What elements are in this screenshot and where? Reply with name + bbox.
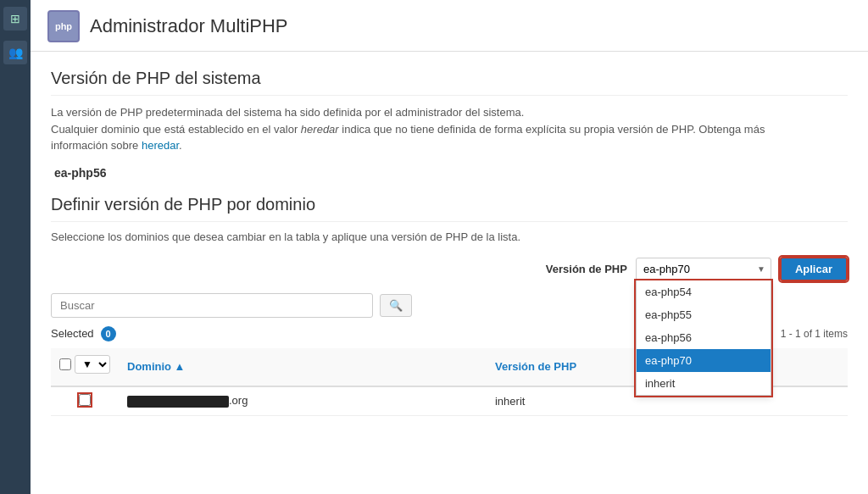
heredar-link[interactable]: heredar: [142, 139, 179, 152]
option-ea-php54[interactable]: ea-php54: [637, 280, 771, 303]
php-dropdown-overlay: ea-php54 ea-php55 ea-php56 ea-php70 inhe…: [636, 280, 771, 396]
main-content: php Administrador MultiPHP Versión de PH…: [31, 0, 868, 494]
selected-count: 0: [101, 326, 116, 341]
php-selector-row: Versión de PHP ea-php54 ea-php55 ea-php5…: [51, 257, 848, 281]
system-php-title: Versión de PHP del sistema: [51, 69, 848, 96]
row-checkbox[interactable]: [79, 394, 91, 406]
bulk-action-row: ▼: [59, 355, 110, 374]
apply-button[interactable]: Aplicar: [780, 257, 848, 281]
page-title: Administrador MultiPHP: [90, 15, 288, 37]
option-ea-php70[interactable]: ea-php70: [637, 349, 771, 372]
domain-suffix: .org: [229, 394, 248, 407]
option-ea-php56[interactable]: ea-php56: [637, 326, 771, 349]
row-domain: .org: [119, 386, 487, 416]
pagination-info: 1 - 1 of 1 items: [781, 328, 848, 340]
bulk-select-checkbox[interactable]: [59, 358, 71, 370]
header-checkbox-cell: ▼: [51, 348, 119, 386]
php-icon: php: [47, 10, 80, 42]
bulk-action-dropdown[interactable]: ▼: [75, 355, 110, 374]
search-button[interactable]: 🔍: [380, 294, 412, 317]
system-php-description: La versión de PHP predeterminada del sis…: [51, 104, 848, 154]
version-label: Versión de PHP: [546, 263, 627, 275]
option-inherit[interactable]: inherit: [637, 372, 771, 395]
page-header: php Administrador MultiPHP: [31, 0, 868, 52]
row-checkbox-cell: [51, 386, 119, 416]
domain-php-description: Seleccione los dominios que desea cambia…: [51, 230, 848, 243]
users-icon[interactable]: 👥: [3, 41, 27, 64]
content-area: Versión de PHP del sistema La versión de…: [31, 52, 868, 433]
grid-icon[interactable]: ⊞: [3, 7, 27, 31]
column-domain[interactable]: Dominio ▲: [119, 348, 487, 386]
php-select-wrapper: ea-php54 ea-php55 ea-php56 ea-php70 inhe…: [636, 258, 771, 280]
domain-redacted: [127, 396, 229, 408]
sidebar: ⊞ 👥: [0, 0, 31, 494]
php-version-select[interactable]: ea-php54 ea-php55 ea-php56 ea-php70 inhe…: [636, 258, 771, 280]
current-php-version: ea-php56: [51, 166, 848, 180]
domain-php-title: Definir versión de PHP por dominio: [51, 195, 848, 222]
search-input[interactable]: [51, 293, 373, 318]
option-ea-php55[interactable]: ea-php55: [637, 303, 771, 326]
selected-label: Selected: [51, 327, 94, 340]
